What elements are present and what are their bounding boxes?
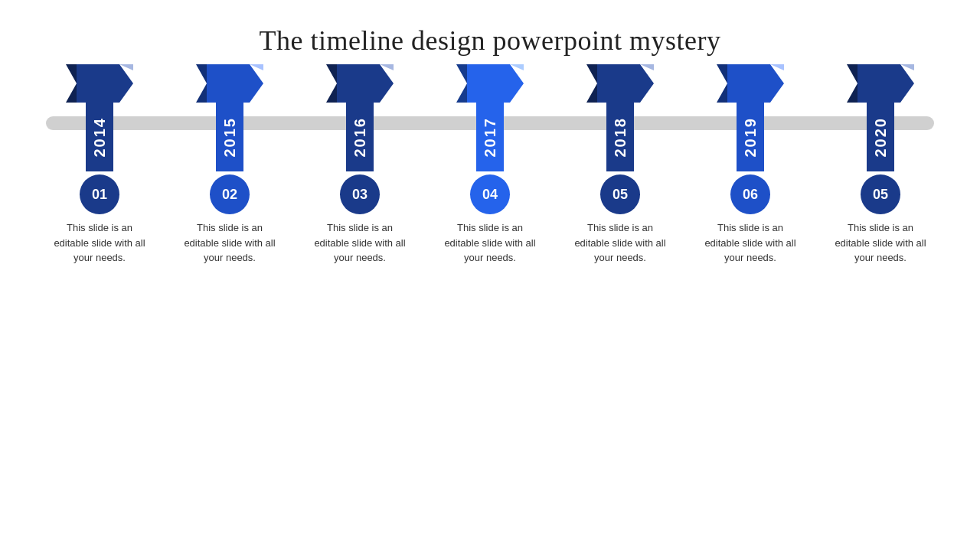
year-label: 2017 [482,117,499,158]
timeline-item: 2016 03 This slide is an editable slide … [299,64,421,266]
arrow-container: 2020 [847,64,914,171]
arrow-container: 2017 [456,64,524,171]
chevron-shape [586,64,654,103]
pin-rect: 2015 [216,103,243,171]
chevron-shape [847,64,914,103]
pin-rect: 2017 [476,103,504,171]
number-badge: 04 [470,174,510,214]
timeline-item: 2015 02 This slide is an editable slide … [168,64,291,266]
svg-rect-13 [467,64,510,103]
chevron-shape [196,64,263,103]
year-label: 2019 [742,117,760,158]
item-description: This slide is an editable slide with all… [310,220,410,266]
year-label: 2015 [221,117,239,158]
svg-rect-1 [77,64,119,103]
timeline-area: 2014 01 This slide is an editable slide … [0,64,980,551]
number-badge: 02 [210,174,250,214]
svg-rect-9 [337,64,380,103]
pin-body: 2020 [867,103,894,171]
page-title: The timeline design powerpoint mystery [260,24,721,57]
timeline-item: 2014 01 This slide is an editable slide … [38,64,161,266]
svg-rect-17 [597,64,640,103]
item-description: This slide is an editable slide with all… [180,220,279,266]
pin-body: 2019 [737,103,764,171]
pin-rect: 2020 [867,103,894,171]
item-description: This slide is an editable slide with all… [831,220,930,266]
number-badge: 01 [80,174,119,214]
year-label: 2016 [351,117,369,158]
svg-marker-18 [640,64,654,103]
arrow-container: 2014 [66,64,133,171]
pin-body: 2014 [86,103,113,171]
timeline-item: 2019 06 This slide is an editable slide … [689,64,812,266]
arrow-container: 2018 [586,64,654,171]
pin-rect: 2019 [737,103,764,171]
svg-rect-21 [727,64,770,103]
timeline-item: 2017 04 This slide is an editable slide … [429,64,551,266]
item-description: This slide is an editable slide with all… [440,220,540,266]
chevron-shape [66,64,133,103]
page: The timeline design powerpoint mystery 2… [0,0,980,551]
pin-body: 2015 [216,103,243,171]
item-description: This slide is an editable slide with all… [570,220,670,266]
arrow-container: 2016 [326,64,394,171]
pin-body: 2016 [346,103,374,171]
svg-marker-22 [770,64,784,103]
year-label: 2014 [91,117,109,158]
chevron-shape [456,64,524,103]
svg-marker-10 [380,64,394,103]
svg-rect-5 [207,64,250,103]
number-badge: 05 [861,174,900,214]
number-badge: 06 [730,174,770,214]
number-badge: 05 [600,174,640,214]
pin-body: 2017 [476,103,504,171]
year-label: 2020 [872,117,890,158]
timeline-item: 2020 05 This slide is an editable slide … [819,64,942,266]
svg-marker-14 [510,64,524,103]
pin-body: 2018 [606,103,634,171]
arrow-container: 2019 [717,64,784,171]
chevron-shape [326,64,394,103]
pin-rect: 2018 [606,103,634,171]
item-description: This slide is an editable slide with all… [50,220,149,266]
pin-rect: 2014 [86,103,113,171]
svg-rect-25 [858,64,900,103]
timeline-items-row: 2014 01 This slide is an editable slide … [0,64,980,266]
number-badge: 03 [340,174,380,214]
svg-marker-6 [250,64,263,103]
svg-marker-26 [900,64,914,103]
year-label: 2018 [612,117,629,158]
chevron-shape [717,64,784,103]
pin-rect: 2016 [346,103,374,171]
arrow-container: 2015 [196,64,263,171]
svg-marker-2 [119,64,133,103]
item-description: This slide is an editable slide with all… [701,220,800,266]
timeline-item: 2018 05 This slide is an editable slide … [559,64,681,266]
